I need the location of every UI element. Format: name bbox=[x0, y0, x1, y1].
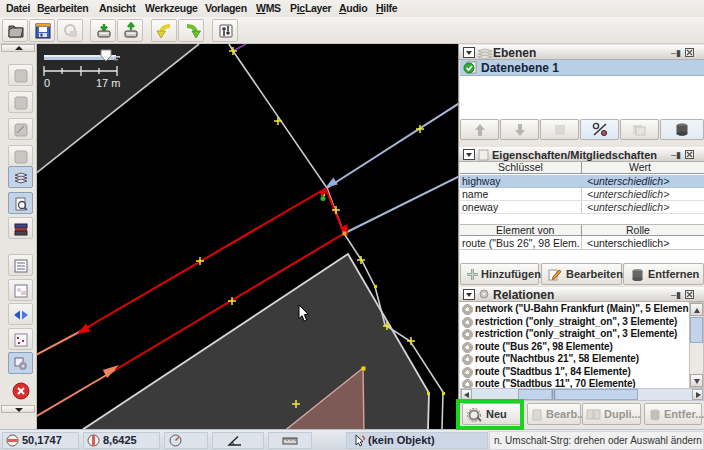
svg-text:17 m: 17 m bbox=[96, 77, 120, 89]
svg-text:0: 0 bbox=[44, 77, 50, 89]
